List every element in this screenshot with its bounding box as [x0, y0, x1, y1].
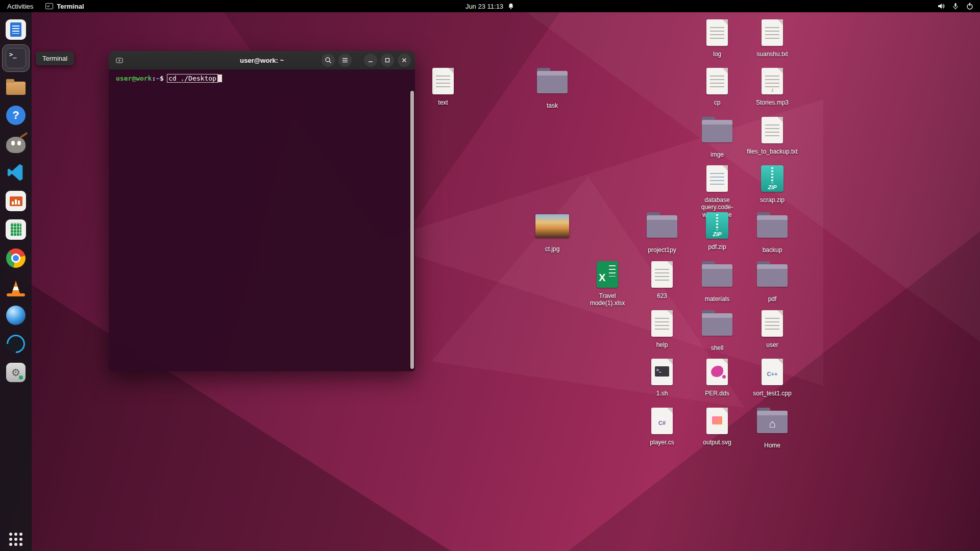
- dock-tooltip: Terminal: [36, 52, 74, 65]
- desktop-icon-1-sh[interactable]: >_1.sh: [635, 357, 689, 397]
- desktop-icon-pdf-zip[interactable]: ZiPpdf.zip: [691, 210, 744, 251]
- cpp-file-icon: C++: [746, 359, 799, 388]
- dock-item-libreoffice-calc[interactable]: [3, 216, 29, 243]
- files-icon: [6, 82, 26, 95]
- spreadsheet-icon: X: [581, 261, 634, 291]
- minimize-button[interactable]: [364, 54, 377, 67]
- desktop-icon-travel-mode-1-xlsx[interactable]: XTravel mode(1).xlsx: [581, 259, 634, 307]
- dark-ring-app-icon: [3, 331, 29, 357]
- desktop-icon-label: files_to_backup.txt: [746, 148, 799, 155]
- text-file-icon: [746, 117, 799, 146]
- dock-item-gimp[interactable]: [3, 131, 29, 157]
- power-icon: [966, 2, 974, 10]
- desktop: logsuanshu.txttexttaskcp♪Stories.mp3imge…: [0, 0, 980, 551]
- desktop-icon-imge[interactable]: imge: [691, 115, 744, 158]
- text-file-icon: [746, 19, 799, 49]
- notification-bell-icon: [507, 3, 514, 10]
- desktop-icon-sort-test1-cpp[interactable]: C++sort_test1.cpp: [746, 357, 799, 397]
- desktop-icon-label: Stories.mp3: [746, 99, 799, 106]
- desktop-icon-cp[interactable]: cp: [691, 66, 744, 106]
- desktop-icon-label: shell: [691, 344, 744, 352]
- shell-script-icon: >_: [635, 359, 689, 388]
- volume-icon: [937, 2, 945, 10]
- desktop-icon-scrap-zip[interactable]: ZiPscrap.zip: [746, 163, 799, 204]
- text-file-icon: [691, 68, 744, 97]
- folder-icon: [691, 264, 744, 294]
- desktop-icon-label: project1py: [635, 246, 689, 254]
- dock-item-terminal[interactable]: >_: [3, 45, 29, 71]
- menu-button[interactable]: [338, 54, 352, 67]
- search-button[interactable]: [322, 54, 335, 67]
- folder-icon: [635, 215, 689, 245]
- file-icon: [746, 310, 799, 340]
- terminal-header-bar[interactable]: user@work: ~: [109, 51, 415, 70]
- terminal-body[interactable]: user@work:~$cd ./Desktop: [109, 70, 415, 371]
- desktop-icon-player-cs[interactable]: C#player.cs: [635, 406, 689, 446]
- maximize-button[interactable]: [381, 54, 394, 67]
- libreoffice-writer-icon: [6, 19, 26, 40]
- terminal-window: user@work: ~ use: [109, 51, 415, 371]
- dock-item-chrome[interactable]: [3, 245, 29, 271]
- desktop-icon-user[interactable]: user: [746, 308, 799, 348]
- terminal-icon: >_: [6, 48, 26, 68]
- software-app-icon: ⚙: [6, 363, 26, 382]
- new-tab-button[interactable]: [113, 54, 126, 67]
- dock-item-show-applications[interactable]: [3, 519, 29, 546]
- terminal-scrollbar[interactable]: [410, 91, 414, 369]
- desktop-icon-label: suanshu.txt: [746, 51, 799, 58]
- dock-item-software[interactable]: ⚙: [3, 359, 29, 386]
- desktop-icon-output-svg[interactable]: output.svg: [691, 406, 744, 446]
- dock-item-help[interactable]: ?: [3, 102, 29, 129]
- desktop-icon-materials[interactable]: materials: [691, 259, 744, 303]
- desktop-icon-task[interactable]: task: [526, 66, 579, 109]
- csharp-file-icon: C#: [635, 408, 689, 437]
- desktop-icon-backup[interactable]: backup: [746, 210, 799, 254]
- blue-globe-app-icon: [6, 306, 26, 325]
- top-bar: Activities Terminal Jun 23 11:13: [0, 0, 980, 12]
- desktop-icon-623[interactable]: 623: [635, 259, 689, 299]
- vscode-icon: [6, 163, 26, 182]
- desktop-icon-label: task: [526, 102, 579, 109]
- dock-item-vscode[interactable]: [3, 159, 29, 186]
- desktop-icon-files-to-backup-txt[interactable]: files_to_backup.txt: [746, 115, 799, 155]
- workspace-file-icon: [691, 165, 744, 195]
- focused-app-name: Terminal: [57, 3, 84, 10]
- desktop-icon-text[interactable]: text: [416, 66, 470, 106]
- terminal-app-icon: [45, 3, 53, 9]
- desktop-icon-help[interactable]: help: [635, 308, 689, 348]
- desktop-icon-pdf[interactable]: pdf: [746, 259, 799, 303]
- close-button[interactable]: [398, 54, 411, 67]
- desktop-icon-ct-jpg[interactable]: ct.jpg: [526, 210, 579, 253]
- dock-item-vlc[interactable]: [3, 273, 29, 300]
- desktop-icon-label: Travel mode(1).xlsx: [581, 292, 634, 307]
- search-icon: [325, 57, 332, 64]
- desktop-icon-label: help: [635, 341, 689, 348]
- dock: >_ ? ⚙: [0, 12, 32, 551]
- libreoffice-impress-icon: [6, 191, 26, 211]
- desktop-icon-project1py[interactable]: project1py: [635, 210, 689, 254]
- desktop-icon-stories-mp3[interactable]: ♪Stories.mp3: [746, 66, 799, 106]
- desktop-icon-home[interactable]: ⌂Home: [746, 406, 799, 449]
- gimp-icon: [6, 137, 26, 153]
- dock-item-dark-ring-app[interactable]: [3, 331, 29, 357]
- desktop-icon-shell[interactable]: shell: [691, 308, 744, 352]
- desktop-icon-log[interactable]: log: [691, 17, 744, 58]
- folder-icon: [746, 264, 799, 294]
- desktop-icon-label: 1.sh: [635, 390, 689, 397]
- text-file-icon: [691, 19, 744, 49]
- clock-button[interactable]: Jun 23 11:13: [460, 0, 520, 12]
- zip-archive-icon: ZiP: [691, 212, 744, 242]
- audio-file-icon: ♪: [746, 68, 799, 97]
- dock-item-files[interactable]: [3, 73, 29, 100]
- desktop-icon-per-dds[interactable]: PER.dds: [691, 357, 744, 397]
- focused-app-menu[interactable]: Terminal: [45, 3, 84, 10]
- activities-button[interactable]: Activities: [7, 3, 33, 10]
- desktop-icon-suanshu-txt[interactable]: suanshu.txt: [746, 17, 799, 58]
- prompt-path: ~: [156, 74, 160, 82]
- system-status-menu[interactable]: [937, 2, 980, 10]
- libreoffice-calc-icon: [6, 219, 26, 240]
- dock-item-blue-globe-app[interactable]: [3, 302, 29, 329]
- dock-item-libreoffice-impress[interactable]: [3, 188, 29, 214]
- folder-icon: [526, 71, 579, 101]
- dock-item-libreoffice-writer[interactable]: [3, 16, 29, 43]
